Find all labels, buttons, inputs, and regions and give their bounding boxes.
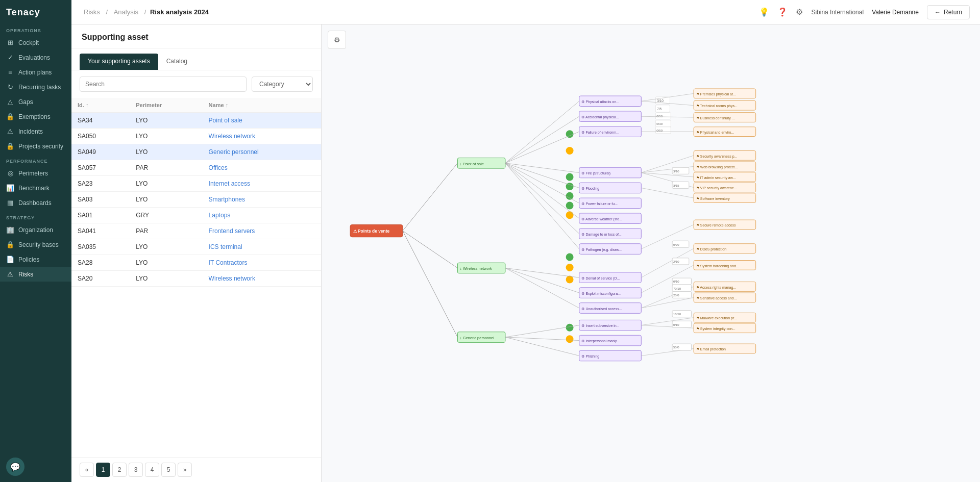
org-name: Sibina International bbox=[811, 9, 864, 16]
svg-text:↓ Wireless network: ↓ Wireless network bbox=[460, 266, 492, 271]
panel-tabs: Your supporting assets Catalog bbox=[71, 48, 321, 70]
svg-text:0/70: 0/70 bbox=[673, 243, 679, 246]
cell-name: Laptops bbox=[203, 208, 321, 223]
svg-point-48 bbox=[566, 211, 574, 219]
table-row[interactable]: SA20 LYO Wireless network bbox=[71, 271, 321, 287]
return-button[interactable]: ← Return bbox=[927, 5, 970, 19]
cell-perimeter: LYO bbox=[130, 239, 202, 255]
category-select[interactable]: Category bbox=[252, 77, 313, 92]
sidebar-item-evaluations[interactable]: ✓ Evaluations bbox=[0, 50, 71, 65]
chat-section: 💬 bbox=[0, 451, 71, 482]
sidebar-label-policies: Policies bbox=[18, 256, 39, 263]
cell-perimeter: LYO bbox=[130, 144, 202, 160]
sidebar-item-dashboards[interactable]: ▦ Dashboards bbox=[0, 195, 71, 210]
sidebar-item-incidents[interactable]: ⚠ Incidents bbox=[0, 124, 71, 139]
sidebar-label-benchmark: Benchmark bbox=[18, 185, 50, 192]
breadcrumb-sep2: / bbox=[144, 8, 146, 16]
sidebar-item-policies[interactable]: 📄 Policies bbox=[0, 252, 71, 267]
sidebar-item-risks[interactable]: ⚠ Risks bbox=[0, 267, 71, 282]
breadcrumb-analysis[interactable]: Analysis bbox=[114, 8, 138, 16]
col-name[interactable]: Name ↑ bbox=[203, 98, 321, 113]
perimeters-icon: ◎ bbox=[6, 169, 14, 177]
cell-perimeter: LYO bbox=[130, 271, 202, 287]
sidebar-item-security-bases[interactable]: 🔒 Security bases bbox=[0, 237, 71, 252]
svg-text:⚙ Physical attacks on...: ⚙ Physical attacks on... bbox=[581, 100, 619, 104]
asset-table-body: SA34 LYO Point of sale SA050 LYO Wireles… bbox=[71, 113, 321, 287]
sidebar-section-operations: OPERATIONS bbox=[0, 23, 71, 35]
sidebar-item-projects-security[interactable]: 🔒 Projects security bbox=[0, 139, 71, 154]
cell-name: Wireless network bbox=[203, 129, 321, 144]
sidebar-label-cockpit: Cockpit bbox=[18, 39, 39, 46]
tab-catalog[interactable]: Catalog bbox=[158, 54, 195, 70]
svg-text:↓ Generic personnel: ↓ Generic personnel bbox=[460, 336, 494, 340]
sidebar-item-benchmark[interactable]: 📊 Benchmark bbox=[0, 181, 71, 195]
svg-text:⚑ DDoS protection: ⚑ DDoS protection bbox=[696, 247, 726, 251]
sidebar-item-gaps[interactable]: △ Gaps bbox=[0, 94, 71, 109]
search-input[interactable] bbox=[80, 77, 247, 92]
cell-perimeter: PAR bbox=[130, 223, 202, 239]
app-logo: Tenacy bbox=[0, 0, 71, 23]
table-row[interactable]: SA28 LYO IT Contractors bbox=[71, 255, 321, 271]
svg-text:20/6: 20/6 bbox=[673, 294, 679, 297]
chat-button[interactable]: 💬 bbox=[6, 458, 24, 476]
svg-point-52 bbox=[566, 324, 574, 332]
svg-text:0/10: 0/10 bbox=[673, 323, 679, 326]
sidebar-item-recurring-tasks[interactable]: ↻ Recurring tasks bbox=[0, 80, 71, 94]
svg-text:⚑ Email protection: ⚑ Email protection bbox=[696, 347, 726, 351]
page-prev[interactable]: « bbox=[80, 463, 94, 477]
svg-text:⚙ Phishing: ⚙ Phishing bbox=[581, 354, 599, 359]
svg-text:⚑ Secure remote access: ⚑ Secure remote access bbox=[696, 223, 736, 227]
page-5[interactable]: 5 bbox=[161, 463, 176, 477]
bulb-icon[interactable]: 💡 bbox=[759, 7, 769, 17]
table-row[interactable]: SA057 PAR Offices bbox=[71, 160, 321, 176]
table-row[interactable]: SA041 PAR Frontend servers bbox=[71, 223, 321, 239]
svg-text:⚙ Exploit misconfigura...: ⚙ Exploit misconfigura... bbox=[581, 292, 620, 296]
svg-text:70/10: 70/10 bbox=[673, 287, 681, 290]
sidebar-item-action-plans[interactable]: ≡ Action plans bbox=[0, 65, 71, 80]
col-perimeter[interactable]: Perimeter bbox=[130, 98, 202, 113]
sidebar-label-organization: Organization bbox=[18, 226, 53, 234]
table-row[interactable]: SA34 LYO Point of sale bbox=[71, 113, 321, 129]
table-row[interactable]: SA049 LYO Generic personnel bbox=[71, 144, 321, 160]
risk-graph[interactable]: ⚠ Points de vente ↓ Point of sale ↓ Wire… bbox=[322, 24, 980, 482]
sidebar-item-exemptions[interactable]: 🔒 Exemptions bbox=[0, 109, 71, 124]
cell-name: Point of sale bbox=[203, 113, 321, 129]
cell-name: Wireless network bbox=[203, 271, 321, 287]
sidebar-label-projects-security: Projects security bbox=[18, 143, 63, 150]
tab-your-supporting-assets[interactable]: Your supporting assets bbox=[80, 54, 158, 70]
cell-perimeter: LYO bbox=[130, 255, 202, 271]
settings-icon[interactable]: ⚙ bbox=[796, 7, 803, 17]
cell-name: Internet access bbox=[203, 176, 321, 192]
svg-text:↓ Point of sale: ↓ Point of sale bbox=[460, 162, 484, 166]
table-row[interactable]: SA035 LYO ICS terminal bbox=[71, 239, 321, 255]
table-row[interactable]: SA050 LYO Wireless network bbox=[71, 129, 321, 144]
cell-id: SA28 bbox=[71, 255, 130, 271]
left-panel: Supporting asset Your supporting assets … bbox=[71, 24, 322, 482]
col-id[interactable]: Id. ↑ bbox=[71, 98, 130, 113]
return-label: Return bbox=[944, 9, 962, 16]
page-1[interactable]: 1 bbox=[96, 463, 110, 477]
sidebar-item-cockpit[interactable]: ⊞ Cockpit bbox=[0, 35, 71, 50]
page-2[interactable]: 2 bbox=[112, 463, 127, 477]
table-row[interactable]: SA23 LYO Internet access bbox=[71, 176, 321, 192]
svg-text:⚑ Business continuity ...: ⚑ Business continuity ... bbox=[696, 116, 735, 120]
incidents-icon: ⚠ bbox=[6, 128, 14, 135]
svg-text:0/50: 0/50 bbox=[656, 115, 663, 118]
table-row[interactable]: SA03 LYO Smartphones bbox=[71, 192, 321, 208]
table-row[interactable]: SA01 GRY Laptops bbox=[71, 208, 321, 223]
cell-id: SA035 bbox=[71, 239, 130, 255]
svg-text:⚑ IT admin security aw...: ⚑ IT admin security aw... bbox=[696, 176, 736, 180]
evaluations-icon: ✓ bbox=[6, 54, 14, 61]
asset-table-container: Id. ↑ Perimeter Name ↑ SA34 LYO Point of… bbox=[71, 98, 321, 457]
organization-icon: 🏢 bbox=[6, 226, 14, 234]
graph-panel: ⚙ ⚠ Points de vente ↓ Point of sale bbox=[322, 24, 980, 482]
page-next[interactable]: » bbox=[178, 463, 192, 477]
page-4[interactable]: 4 bbox=[145, 463, 159, 477]
help-icon[interactable]: ❓ bbox=[777, 7, 788, 17]
page-3[interactable]: 3 bbox=[129, 463, 143, 477]
breadcrumb-risks[interactable]: Risks bbox=[84, 8, 100, 16]
sidebar-item-organization[interactable]: 🏢 Organization bbox=[0, 222, 71, 237]
cell-perimeter: LYO bbox=[130, 176, 202, 192]
sidebar-item-perimeters[interactable]: ◎ Perimeters bbox=[0, 166, 71, 181]
graph-settings-button[interactable]: ⚙ bbox=[328, 31, 346, 49]
